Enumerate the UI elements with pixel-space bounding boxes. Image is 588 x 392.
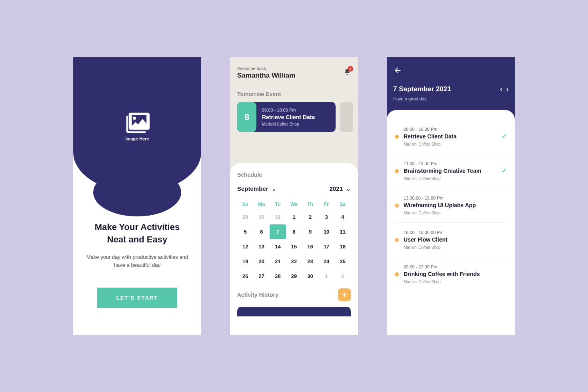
agenda-title: User Flow Client bbox=[404, 236, 507, 243]
calendar-dow: Th bbox=[302, 199, 318, 210]
agenda-time: 11.00 - 13.00 Pm bbox=[404, 161, 507, 166]
event-title: Retrieve Client Data bbox=[262, 114, 315, 120]
chevron-down-icon: ⌄ bbox=[272, 186, 276, 192]
agenda-time: 16.00 - 18.30.00 Pm bbox=[404, 230, 507, 235]
hero-arc: Image Here bbox=[73, 57, 201, 192]
agenda-title: Drinking Coffee with Friends bbox=[404, 271, 507, 277]
calendar-day[interactable]: 23 bbox=[302, 254, 318, 269]
calendar-dow: Su bbox=[237, 199, 254, 210]
calendar-day[interactable]: 12 bbox=[237, 239, 254, 254]
calendar-day[interactable]: 25 bbox=[334, 254, 351, 269]
calendar-day[interactable]: 14 bbox=[270, 239, 286, 254]
tomorrow-event-label: Tomorrow Event bbox=[237, 91, 351, 97]
calendar-day[interactable]: 20 bbox=[254, 254, 270, 269]
calendar-day[interactable]: 16 bbox=[302, 239, 318, 254]
calendar-dow: Mo bbox=[254, 199, 270, 210]
agenda-time: 13.30.00 - 15.00 Pm bbox=[404, 196, 507, 200]
calendar-day[interactable]: 17 bbox=[318, 239, 335, 254]
agenda-item[interactable]: 13.30.00 - 15.00 PmWireframing UI Uplabs… bbox=[395, 188, 507, 223]
calendar-day[interactable]: 7 bbox=[270, 224, 286, 239]
agenda-panel: 08.00 - 10.00 PmRetrieve Client DataMari… bbox=[387, 110, 515, 335]
activity-history-label: Activity History bbox=[237, 292, 278, 298]
calendar-day[interactable]: 8 bbox=[286, 224, 302, 239]
onboarding-title: Make Your Activities Neat and Easy bbox=[84, 221, 190, 246]
calendar-day[interactable]: 3 bbox=[318, 210, 335, 224]
calendar-day[interactable]: 1 bbox=[286, 210, 302, 224]
welcome-text: Welcome back, bbox=[237, 66, 351, 71]
agenda-item[interactable]: 20.00 - 22.00 PmDrinking Coffee with Fri… bbox=[395, 257, 507, 291]
agenda-title: Wireframing UI Uplabs App bbox=[404, 202, 507, 208]
notification-badge: 2 bbox=[348, 66, 353, 72]
calendar-day[interactable]: 29 bbox=[286, 269, 302, 284]
calendar-dow: Tu bbox=[270, 199, 286, 210]
schedule-panel: Schedule September ⌄ 2021 ⌄ SuMoTuWeThFr… bbox=[230, 163, 358, 335]
calendar-day[interactable]: 13 bbox=[254, 239, 270, 254]
agenda-location: Marisini Coffee Shop bbox=[404, 176, 507, 181]
agenda-dot-icon bbox=[395, 238, 399, 242]
agenda-dot-icon bbox=[395, 204, 399, 208]
calendar-day[interactable]: 19 bbox=[237, 254, 254, 269]
agenda-item[interactable]: 16.00 - 18.30.00 PmUser Flow ClientMaris… bbox=[395, 223, 507, 257]
notification-bell-icon[interactable]: 2 bbox=[344, 68, 351, 77]
agenda-location: Marisini Coffee Shop bbox=[404, 280, 507, 284]
calendar-day[interactable]: 21 bbox=[270, 254, 286, 269]
calendar-day[interactable]: 2 bbox=[334, 269, 351, 284]
calendar-day[interactable]: 30 bbox=[302, 269, 318, 284]
agenda-dot-icon bbox=[395, 272, 399, 276]
calendar-day[interactable]: 9 bbox=[302, 224, 318, 239]
agenda-title: Retrieve Client Data bbox=[404, 133, 507, 140]
home-screen: Welcome back, Samantha William 2 Tomorro… bbox=[230, 57, 358, 335]
calendar-day[interactable]: 4 bbox=[334, 210, 351, 224]
calendar-day[interactable]: 18 bbox=[334, 239, 351, 254]
agenda-item[interactable]: 11.00 - 13.00 PmBrainstorming Creative T… bbox=[395, 154, 507, 188]
month-selector[interactable]: September ⌄ bbox=[237, 185, 276, 192]
agenda-item[interactable]: 08.00 - 10.00 PmRetrieve Client DataMari… bbox=[395, 120, 507, 154]
agenda-location: Marisini Coffee Shop bbox=[404, 211, 507, 215]
activity-history-peek[interactable] bbox=[237, 307, 351, 316]
calendar-day[interactable]: 30 bbox=[254, 210, 270, 224]
agenda-time: 20.00 - 22.00 Pm bbox=[404, 264, 507, 269]
calendar-day[interactable]: 1 bbox=[318, 269, 335, 284]
calendar-day[interactable]: 24 bbox=[318, 254, 335, 269]
calendar-day[interactable]: 15 bbox=[286, 239, 302, 254]
calendar-day[interactable]: 10 bbox=[318, 224, 335, 239]
calendar-day[interactable]: 26 bbox=[237, 269, 254, 284]
agenda-dot-icon bbox=[395, 135, 399, 139]
image-placeholder-label: Image Here bbox=[125, 136, 150, 141]
current-date: 7 September 2021 bbox=[393, 85, 451, 93]
next-day-button[interactable]: › bbox=[506, 86, 508, 93]
event-day-number: 8 bbox=[237, 102, 256, 132]
lets-start-button[interactable]: LET'S START bbox=[97, 288, 177, 308]
agenda-title: Brainstorming Creative Team bbox=[404, 168, 507, 174]
agenda-time: 08.00 - 10.00 Pm bbox=[404, 127, 507, 132]
event-card-peek[interactable] bbox=[340, 102, 353, 132]
onboarding-subtitle: Make your day with productive activities… bbox=[84, 253, 190, 270]
calendar-day[interactable]: 11 bbox=[334, 224, 351, 239]
day-detail-screen: 7 September 2021 ‹ › Have a good day 08.… bbox=[387, 57, 515, 335]
event-card[interactable]: 8 08.00 - 10.00 Pm Retrieve Client Data … bbox=[237, 102, 336, 132]
calendar-day[interactable]: 27 bbox=[254, 269, 270, 284]
calendar-day[interactable]: 6 bbox=[254, 224, 270, 239]
year-selector[interactable]: 2021 ⌄ bbox=[330, 185, 351, 192]
calendar-day[interactable]: 29 bbox=[237, 210, 254, 224]
onboarding-screen: Image Here Make Your Activities Neat and… bbox=[73, 57, 201, 335]
event-time: 08.00 - 10.00 Pm bbox=[262, 108, 315, 112]
check-icon: ✓ bbox=[502, 132, 507, 140]
calendar-day[interactable]: 22 bbox=[286, 254, 302, 269]
calendar-day[interactable]: 31 bbox=[270, 210, 286, 224]
calendar-dow: Sa bbox=[334, 199, 351, 210]
add-activity-button[interactable]: + bbox=[338, 288, 351, 301]
agenda-dot-icon bbox=[395, 169, 399, 173]
check-icon: ✓ bbox=[502, 167, 507, 174]
calendar-dow: Fr bbox=[318, 199, 335, 210]
calendar-grid: SuMoTuWeThFrSa29303112345678910111213141… bbox=[237, 199, 351, 284]
back-button[interactable] bbox=[393, 66, 508, 76]
calendar-day[interactable]: 5 bbox=[237, 224, 254, 239]
prev-day-button[interactable]: ‹ bbox=[500, 86, 502, 93]
calendar-day[interactable]: 28 bbox=[270, 269, 286, 284]
image-placeholder-icon bbox=[125, 112, 150, 133]
schedule-label: Schedule bbox=[237, 172, 351, 178]
agenda-location: Marisini Coffee Shop bbox=[404, 245, 507, 250]
calendar-day[interactable]: 2 bbox=[302, 210, 318, 224]
event-location: Marisini Coffee Shop bbox=[262, 122, 315, 126]
